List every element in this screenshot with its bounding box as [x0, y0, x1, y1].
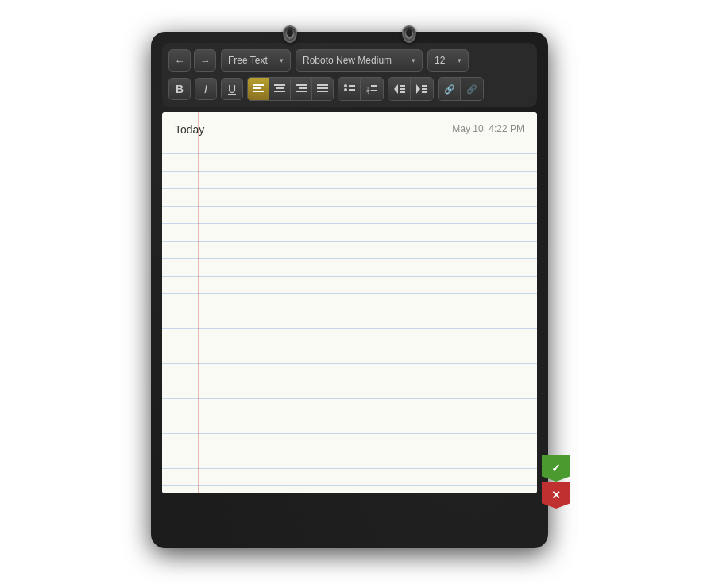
- line-20: [162, 485, 537, 486]
- size-dropdown[interactable]: 12 ▾: [427, 49, 469, 72]
- type-dropdown[interactable]: Free Text ▾: [221, 49, 291, 72]
- cancel-bookmark[interactable]: ✕: [542, 482, 570, 509]
- svg-text:2.: 2.: [366, 91, 371, 94]
- notebook: ← → Free Text ▾ Roboto New Medium ▾ 12 ▾: [151, 32, 548, 548]
- app-container: ← → Free Text ▾ Roboto New Medium ▾ 12 ▾: [151, 32, 564, 556]
- line-13: [162, 363, 537, 364]
- size-arrow-icon: ▾: [458, 56, 462, 64]
- confirm-icon: ✓: [551, 462, 561, 474]
- svg-rect-19: [349, 89, 355, 91]
- line-11: [162, 328, 537, 329]
- link-remove-button[interactable]: 🔗: [461, 78, 483, 100]
- svg-rect-31: [422, 91, 427, 93]
- svg-rect-23: [371, 90, 377, 91]
- line-8: [162, 276, 537, 277]
- font-dropdown[interactable]: Roboto New Medium ▾: [296, 49, 423, 72]
- note-title: Today: [175, 123, 204, 136]
- paper-header: Today May 10, 4:22 PM: [162, 112, 537, 144]
- indent-in-icon: [416, 84, 427, 94]
- font-label: Roboto New Medium: [303, 55, 392, 66]
- svg-rect-9: [299, 87, 307, 89]
- indent-out-icon: [394, 84, 405, 94]
- svg-rect-30: [422, 88, 427, 90]
- svg-rect-8: [296, 84, 307, 86]
- line-9: [162, 293, 537, 294]
- line-6: [162, 241, 537, 242]
- cancel-icon: ✕: [551, 489, 561, 501]
- rings: [151, 25, 548, 43]
- align-group: [247, 77, 334, 101]
- undo-redo-group: ← →: [168, 49, 216, 72]
- align-center-button[interactable]: [269, 78, 291, 100]
- list-bullet-icon: [344, 84, 355, 94]
- confirm-bookmark[interactable]: ✓: [542, 455, 570, 482]
- line-1: [162, 153, 537, 154]
- paper-lines: [162, 112, 537, 493]
- line-17: [162, 433, 537, 434]
- indent-in-button[interactable]: [411, 78, 433, 100]
- bold-button[interactable]: B: [168, 78, 191, 100]
- line-14: [162, 381, 537, 381]
- align-right-button[interactable]: [291, 78, 312, 100]
- indent-group: [388, 77, 434, 101]
- svg-rect-26: [400, 88, 405, 90]
- svg-rect-4: [274, 84, 285, 86]
- underline-button[interactable]: U: [221, 78, 243, 100]
- line-19: [162, 468, 537, 469]
- paper[interactable]: Today May 10, 4:22 PM: [162, 112, 537, 493]
- svg-rect-2: [253, 91, 264, 92]
- line-7: [162, 258, 537, 259]
- svg-point-16: [344, 84, 347, 87]
- bookmarks: ✓ ✕: [542, 455, 570, 509]
- svg-marker-28: [416, 84, 420, 94]
- size-label: 12: [435, 55, 445, 66]
- toolbar: ← → Free Text ▾ Roboto New Medium ▾ 12 ▾: [162, 43, 537, 107]
- ring-left: [283, 25, 297, 43]
- line-16: [162, 416, 537, 416]
- redo-button[interactable]: →: [194, 49, 216, 72]
- svg-rect-29: [422, 85, 427, 87]
- align-center-icon: [274, 84, 285, 94]
- svg-rect-0: [253, 84, 264, 86]
- align-left-icon: [253, 84, 264, 94]
- svg-rect-1: [253, 87, 261, 89]
- paper-wrapper: Today May 10, 4:22 PM: [162, 112, 537, 493]
- svg-point-18: [344, 88, 347, 91]
- align-justify-button[interactable]: [312, 78, 333, 100]
- note-date: May 10, 4:22 PM: [452, 123, 524, 136]
- svg-marker-24: [394, 84, 398, 94]
- font-arrow-icon: ▾: [412, 56, 415, 64]
- list-numbered-icon: 1. 2.: [366, 84, 377, 94]
- link-add-button[interactable]: 🔗: [439, 78, 461, 100]
- svg-rect-21: [371, 85, 377, 87]
- toolbar-row1: ← → Free Text ▾ Roboto New Medium ▾ 12 ▾: [168, 49, 531, 72]
- line-18: [162, 451, 537, 451]
- indent-out-button[interactable]: [388, 78, 411, 100]
- link-group: 🔗 🔗: [438, 77, 484, 101]
- undo-button[interactable]: ←: [168, 49, 191, 72]
- line-3: [162, 188, 537, 189]
- line-4: [162, 206, 537, 207]
- line-15: [162, 398, 537, 399]
- line-5: [162, 223, 537, 224]
- list-group: 1. 2.: [338, 77, 384, 101]
- svg-rect-14: [317, 91, 328, 92]
- svg-rect-5: [276, 87, 284, 89]
- svg-rect-10: [296, 91, 307, 92]
- svg-rect-27: [400, 91, 405, 93]
- list-bullet-button[interactable]: [338, 78, 361, 100]
- svg-rect-6: [274, 91, 285, 92]
- align-justify-icon: [317, 84, 328, 94]
- type-label: Free Text: [228, 55, 268, 66]
- line-10: [162, 311, 537, 311]
- align-right-icon: [296, 84, 307, 94]
- type-arrow-icon: ▾: [280, 56, 284, 64]
- line-12: [162, 346, 537, 346]
- svg-rect-17: [349, 85, 355, 87]
- svg-rect-25: [400, 85, 405, 87]
- toolbar-row2: B I U: [168, 77, 531, 101]
- svg-rect-12: [317, 84, 328, 86]
- align-left-button[interactable]: [248, 78, 269, 100]
- list-numbered-button[interactable]: 1. 2.: [361, 78, 383, 100]
- italic-button[interactable]: I: [195, 78, 217, 100]
